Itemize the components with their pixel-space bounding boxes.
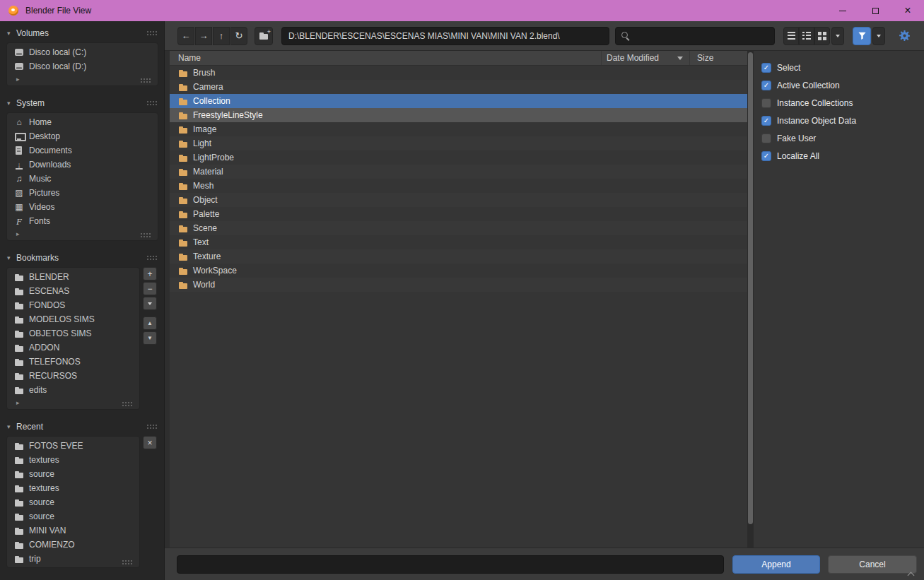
section-header-bookmarks[interactable]: ▾Bookmarks <box>0 250 164 266</box>
sidebar-item[interactable]: COMIENZO <box>7 538 139 552</box>
drag-handle-icon[interactable] <box>147 31 158 36</box>
sidebar-item[interactable]: BLENDER <box>7 270 139 284</box>
file-row[interactable]: Light <box>170 136 747 150</box>
checkbox[interactable]: ✓ <box>761 116 771 126</box>
file-row[interactable]: FreestyleLineStyle <box>170 108 747 122</box>
file-row[interactable]: LightProbe <box>170 150 747 165</box>
settings-gear-button[interactable] <box>895 27 913 45</box>
add-bookmark-button[interactable]: + <box>143 267 157 280</box>
sidebar-item[interactable]: ⌂Home <box>7 115 158 129</box>
checkbox[interactable]: ✓ <box>761 81 771 90</box>
checkbox-label[interactable]: Instance Object Data <box>777 116 856 126</box>
parent-directory-button[interactable]: ↑ <box>213 27 230 45</box>
sidebar-item[interactable]: source <box>7 495 139 509</box>
file-row[interactable]: Camera <box>170 80 747 94</box>
sidebar-item[interactable]: RECURSOS <box>7 369 139 383</box>
close-button[interactable]: × <box>891 0 924 21</box>
file-row[interactable]: Image <box>170 122 747 136</box>
section-header-system[interactable]: ▾System <box>0 95 164 111</box>
file-row[interactable]: Scene <box>170 221 747 235</box>
display-horizontal-list-button[interactable] <box>799 27 814 45</box>
titlebar[interactable]: Blender File View × <box>0 0 924 21</box>
checkbox-label[interactable]: Localize All <box>777 151 819 161</box>
expand-arrow-icon[interactable]: ▸ <box>7 397 139 408</box>
filter-button[interactable] <box>853 27 871 45</box>
sidebar-item[interactable]: MINI VAN <box>7 523 139 538</box>
bookmark-specials-button[interactable] <box>143 297 157 310</box>
filename-input[interactable] <box>177 555 724 574</box>
file-row[interactable]: Text <box>170 235 747 249</box>
new-folder-button[interactable]: + <box>255 27 273 45</box>
sidebar-item[interactable]: trip <box>7 552 139 566</box>
file-row[interactable]: Brush <box>170 66 747 80</box>
sidebar-item[interactable]: Documents <box>7 143 158 158</box>
checkbox-label[interactable]: Active Collection <box>777 81 840 90</box>
cleanup-recent-button[interactable]: × <box>143 436 157 449</box>
back-button[interactable]: ← <box>177 27 194 45</box>
sidebar-item[interactable]: source <box>7 509 139 523</box>
cancel-button[interactable]: Cancel <box>828 555 917 574</box>
section-header-volumes[interactable]: ▾Volumes <box>0 25 164 41</box>
sidebar-item[interactable]: FOTOS EVEE <box>7 439 139 453</box>
checkbox[interactable] <box>761 134 771 143</box>
sidebar-item[interactable]: ADDON <box>7 341 139 355</box>
maximize-button[interactable] <box>859 0 891 21</box>
sidebar-item[interactable]: TELEFONOS <box>7 355 139 369</box>
sidebar-item[interactable]: edits <box>7 383 139 397</box>
file-row[interactable]: Mesh <box>170 179 747 193</box>
refresh-button[interactable]: ↻ <box>230 27 247 45</box>
search-input[interactable] <box>634 31 768 41</box>
checkbox-label[interactable]: Fake User <box>777 134 816 143</box>
sidebar-item[interactable]: Desktop <box>7 129 158 143</box>
file-row[interactable]: Texture <box>170 249 747 264</box>
checkbox-label[interactable]: Instance Collections <box>777 98 853 108</box>
file-row[interactable]: Palette <box>170 207 747 221</box>
sort-dropdown-icon[interactable] <box>677 57 683 60</box>
resize-grip-icon[interactable] <box>122 402 133 407</box>
move-up-button[interactable]: ▲ <box>143 316 157 330</box>
date-modified-column-header[interactable]: Date Modified <box>601 51 689 65</box>
size-column-header[interactable]: Size <box>689 51 747 65</box>
checkbox[interactable] <box>761 98 771 108</box>
file-row[interactable]: Collection <box>170 94 747 108</box>
checkbox-label[interactable]: Select <box>777 63 800 73</box>
filter-settings-dropdown[interactable] <box>872 27 885 45</box>
expand-arrow-icon[interactable]: ▸ <box>7 73 158 84</box>
sidebar-item[interactable]: ▨Pictures <box>7 186 158 200</box>
sidebar-item[interactable]: textures <box>7 481 139 495</box>
sidebar-item[interactable]: source <box>7 467 139 481</box>
sidebar-item[interactable]: FFonts <box>7 214 158 228</box>
section-header-recent[interactable]: ▾Recent <box>0 419 164 434</box>
file-row[interactable]: Object <box>170 193 747 207</box>
checkbox[interactable]: ✓ <box>761 151 771 161</box>
path-input[interactable] <box>281 27 609 45</box>
sidebar-item[interactable]: Disco local (D:) <box>7 59 158 73</box>
sidebar-item[interactable]: ESCENAS <box>7 284 139 298</box>
forward-button[interactable]: → <box>195 27 212 45</box>
drag-handle-icon[interactable] <box>147 101 158 106</box>
scrollbar-thumb[interactable] <box>748 52 753 524</box>
sidebar-item[interactable]: ▦Videos <box>7 200 158 214</box>
display-settings-dropdown[interactable] <box>831 27 844 45</box>
resize-grip-icon[interactable] <box>141 233 151 238</box>
sidebar-item[interactable]: FONDOS <box>7 298 139 312</box>
minimize-button[interactable] <box>826 0 859 21</box>
append-button[interactable]: Append <box>732 555 820 574</box>
file-row[interactable]: Material <box>170 165 747 179</box>
expand-arrow-icon[interactable]: ▸ <box>7 228 158 239</box>
display-vertical-list-button[interactable] <box>783 27 799 45</box>
drag-handle-icon[interactable] <box>147 425 158 430</box>
drag-handle-icon[interactable] <box>147 256 158 261</box>
sidebar-item[interactable]: Disco local (C:) <box>7 45 158 59</box>
sidebar-item[interactable]: textures <box>7 453 139 467</box>
remove-bookmark-button[interactable]: − <box>143 282 157 295</box>
sidebar-item[interactable]: ♫Music <box>7 172 158 186</box>
search-field[interactable] <box>615 27 775 45</box>
sidebar-item[interactable]: OBJETOS SIMS <box>7 326 139 341</box>
display-thumbnails-button[interactable] <box>814 27 830 45</box>
resize-grip-icon[interactable] <box>122 560 133 565</box>
scrollbar[interactable] <box>747 51 754 548</box>
sidebar-item[interactable]: ↓Downloads <box>7 158 158 172</box>
name-column-header[interactable]: Name <box>170 53 601 63</box>
file-row[interactable]: WorkSpace <box>170 264 747 278</box>
